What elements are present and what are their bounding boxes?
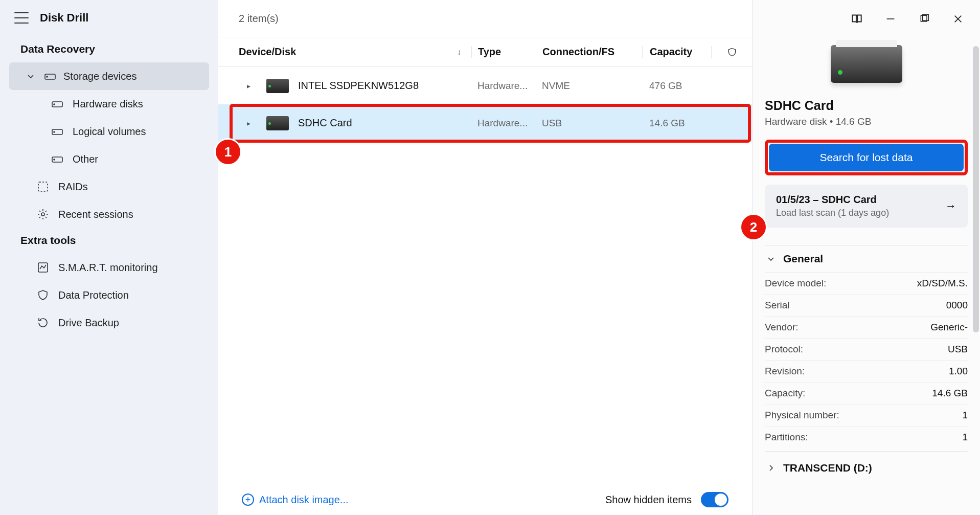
search-for-lost-data-button[interactable]: Search for lost data <box>769 144 964 171</box>
svg-point-5 <box>54 131 55 132</box>
chart-icon <box>37 261 49 274</box>
section-general[interactable]: General <box>765 245 968 272</box>
svg-point-1 <box>47 76 48 77</box>
device-connection: USB <box>535 118 642 129</box>
section-partition[interactable]: TRANSCEND (D:) <box>765 451 968 478</box>
sidebar-section-recovery: Data Recovery <box>0 37 218 62</box>
drive-thumb-icon <box>266 79 289 93</box>
drive-thumb-icon <box>266 116 289 130</box>
column-header-device[interactable]: Device/Disk ↓ <box>218 46 471 58</box>
kv-row: Protocol:USB <box>765 338 968 360</box>
attach-label: Attach disk image... <box>259 494 349 506</box>
minimize-icon[interactable] <box>884 12 897 26</box>
sidebar-item-label: Storage devices <box>63 71 136 82</box>
shield-icon <box>37 289 49 301</box>
drive-hero-icon <box>831 45 902 83</box>
app-title: Disk Drill <box>40 11 88 25</box>
device-name: SDHC Card <box>298 117 352 129</box>
gear-icon <box>37 208 49 220</box>
sidebar-item-label: Hardware disks <box>73 98 143 110</box>
annotation-highlight-2: Search for lost data <box>765 140 968 175</box>
sidebar-item-recent-sessions[interactable]: Recent sessions <box>0 200 218 228</box>
sidebar-item-label: Drive Backup <box>58 317 119 329</box>
device-capacity: 14.6 GB <box>642 118 711 129</box>
sidebar-item-label: S.M.A.R.T. monitoring <box>58 262 158 274</box>
show-hidden-label: Show hidden items <box>605 494 692 506</box>
drive-icon <box>51 153 63 165</box>
details-panel: SDHC Card Hardware disk • 14.6 GB Search… <box>753 0 980 515</box>
attach-disk-image-button[interactable]: + Attach disk image... <box>242 494 349 506</box>
kv-row: Capacity:14.6 GB <box>765 382 968 404</box>
sidebar-item-label: RAIDs <box>58 181 88 193</box>
session-title: 01/5/23 – SDHC Card <box>776 194 889 206</box>
kv-row: Revision:1.00 <box>765 360 968 382</box>
kv-row: Vendor:Generic- <box>765 316 968 338</box>
hamburger-menu-icon[interactable] <box>14 12 29 24</box>
tutorial-icon[interactable] <box>850 12 863 26</box>
session-subtitle: Load last scan (1 days ago) <box>776 208 889 218</box>
scrollbar[interactable] <box>973 46 979 332</box>
column-header-connection[interactable]: Connection/FS <box>535 46 642 58</box>
sidebar-item-storage-devices[interactable]: Storage devices <box>9 62 209 90</box>
sidebar-item-label: Recent sessions <box>58 209 133 220</box>
chevron-right-icon <box>765 462 777 474</box>
sidebar-item-other[interactable]: Other <box>0 145 218 173</box>
device-connection: NVME <box>535 80 642 92</box>
table-row[interactable]: ▸ INTEL SSDPEKNW512G8 Hardware... NVME 4… <box>218 67 752 104</box>
sidebar: Disk Drill Data Recovery Storage devices… <box>0 0 218 515</box>
svg-point-7 <box>54 159 55 160</box>
chevron-down-icon <box>25 70 37 82</box>
device-capacity: 476 GB <box>642 80 711 92</box>
annotation-marker-2: 2 <box>741 215 766 239</box>
last-session-card[interactable]: 01/5/23 – SDHC Card Load last scan (1 da… <box>765 185 968 228</box>
sidebar-item-label: Logical volumes <box>73 126 146 138</box>
column-header-protection[interactable] <box>711 46 752 58</box>
history-icon <box>37 317 49 329</box>
kv-row: Physical number:1 <box>765 404 968 426</box>
window-controls <box>850 0 980 37</box>
device-type: Hardware... <box>471 80 535 92</box>
column-header-type[interactable]: Type <box>471 46 535 58</box>
annotation-marker-1: 1 <box>216 140 240 164</box>
close-icon[interactable] <box>951 12 965 26</box>
table-row-selected[interactable]: ▸ SDHC Card Hardware... USB 14.6 GB <box>218 104 752 142</box>
device-name: INTEL SSDPEKNW512G8 <box>298 80 419 92</box>
sidebar-item-raids[interactable]: RAIDs <box>0 173 218 200</box>
sidebar-section-tools: Extra tools <box>0 228 218 254</box>
chevron-right-icon[interactable]: ▸ <box>247 82 255 90</box>
chevron-right-icon[interactable]: ▸ <box>247 119 255 127</box>
sidebar-item-smart[interactable]: S.M.A.R.T. monitoring <box>0 254 218 281</box>
drive-icon <box>44 70 56 82</box>
table-header: Device/Disk ↓ Type Connection/FS Capacit… <box>218 37 752 67</box>
svg-rect-8 <box>38 182 48 191</box>
sidebar-item-hardware-disks[interactable]: Hardware disks <box>0 90 218 118</box>
device-table: Device/Disk ↓ Type Connection/FS Capacit… <box>218 37 752 484</box>
item-count: 2 item(s) <box>239 13 279 25</box>
details-title: SDHC Card <box>765 98 968 113</box>
details-subtitle: Hardware disk • 14.6 GB <box>765 116 968 127</box>
kv-row: Serial0000 <box>765 294 968 316</box>
kv-row: Partitions:1 <box>765 426 968 448</box>
sidebar-item-data-protection[interactable]: Data Protection <box>0 281 218 309</box>
arrow-right-icon: → <box>945 199 956 213</box>
main-panel: 2 item(s) Device/Disk ↓ Type Connection/… <box>218 0 753 515</box>
sidebar-item-logical-volumes[interactable]: Logical volumes <box>0 118 218 145</box>
drive-icon <box>51 125 63 138</box>
sidebar-item-label: Other <box>73 153 98 165</box>
kv-row: Device model:xD/SD/M.S. <box>765 272 968 294</box>
svg-point-9 <box>41 213 44 216</box>
plus-circle-icon: + <box>242 494 254 506</box>
column-header-capacity[interactable]: Capacity <box>642 46 711 58</box>
show-hidden-toggle[interactable] <box>701 492 728 507</box>
sidebar-item-drive-backup[interactable]: Drive Backup <box>0 309 218 337</box>
sort-arrow-icon: ↓ <box>457 48 461 57</box>
maximize-icon[interactable] <box>918 12 931 26</box>
drive-icon <box>51 98 63 110</box>
shield-icon <box>726 46 738 58</box>
chevron-down-icon <box>765 253 777 265</box>
raid-icon <box>37 181 49 193</box>
sidebar-item-label: Data Protection <box>58 289 129 301</box>
svg-point-3 <box>54 104 55 105</box>
device-type: Hardware... <box>471 118 535 129</box>
